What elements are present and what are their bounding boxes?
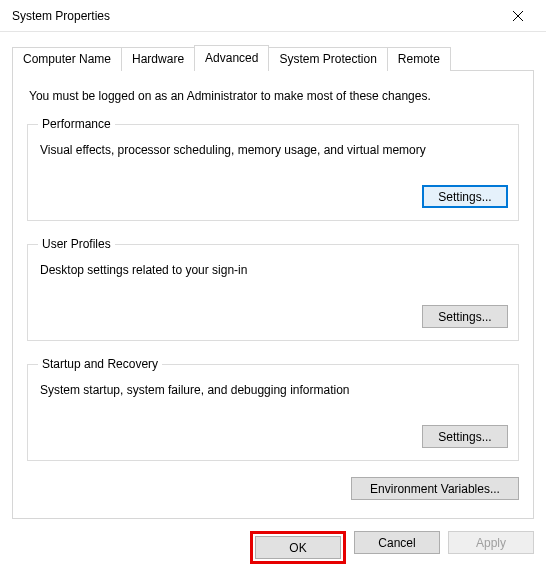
group-user-profiles-legend: User Profiles (38, 237, 115, 251)
titlebar: System Properties (0, 0, 546, 32)
group-startup-recovery-legend: Startup and Recovery (38, 357, 162, 371)
dialog-body: Computer Name Hardware Advanced System P… (0, 32, 546, 519)
group-startup-recovery-desc: System startup, system failure, and debu… (40, 383, 508, 397)
close-icon (513, 11, 523, 21)
dialog-button-bar: OK Cancel Apply (0, 519, 546, 572)
tab-advanced[interactable]: Advanced (194, 45, 269, 71)
ok-button[interactable]: OK (255, 536, 341, 559)
user-profiles-settings-button[interactable]: Settings... (422, 305, 508, 328)
environment-variables-button[interactable]: Environment Variables... (351, 477, 519, 500)
close-button[interactable] (498, 2, 538, 30)
ok-button-highlight: OK (250, 531, 346, 564)
window-title: System Properties (12, 9, 110, 23)
group-performance: Performance Visual effects, processor sc… (27, 117, 519, 221)
group-user-profiles-desc: Desktop settings related to your sign-in (40, 263, 508, 277)
tab-remote[interactable]: Remote (387, 47, 451, 71)
cancel-button[interactable]: Cancel (354, 531, 440, 554)
performance-settings-button[interactable]: Settings... (422, 185, 508, 208)
group-startup-recovery: Startup and Recovery System startup, sys… (27, 357, 519, 461)
apply-button[interactable]: Apply (448, 531, 534, 554)
tab-computer-name[interactable]: Computer Name (12, 47, 122, 71)
admin-notice: You must be logged on as an Administrato… (29, 89, 519, 103)
group-user-profiles: User Profiles Desktop settings related t… (27, 237, 519, 341)
tab-hardware[interactable]: Hardware (121, 47, 195, 71)
group-performance-legend: Performance (38, 117, 115, 131)
tabstrip: Computer Name Hardware Advanced System P… (12, 45, 534, 71)
tab-system-protection[interactable]: System Protection (268, 47, 387, 71)
startup-recovery-settings-button[interactable]: Settings... (422, 425, 508, 448)
tabpanel-advanced: You must be logged on as an Administrato… (12, 70, 534, 519)
group-performance-desc: Visual effects, processor scheduling, me… (40, 143, 508, 157)
